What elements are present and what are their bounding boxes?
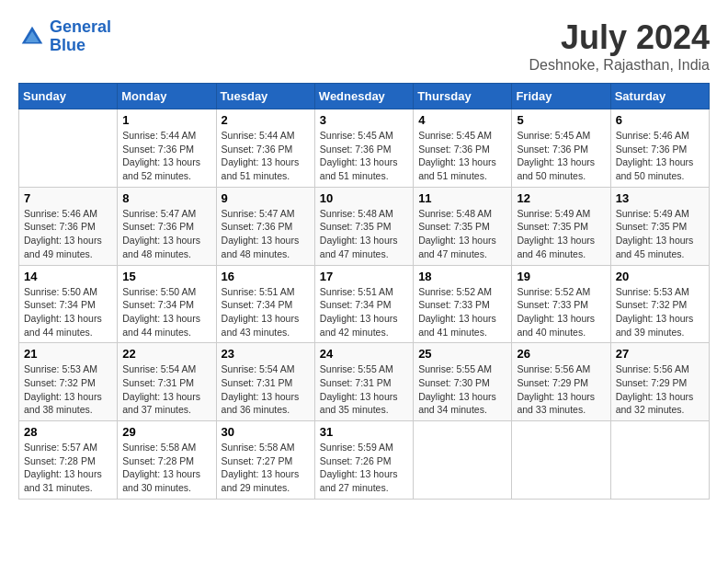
day-info: Sunrise: 5:59 AM Sunset: 7:26 PM Dayligh…	[320, 441, 408, 495]
calendar-cell: 28Sunrise: 5:57 AM Sunset: 7:28 PM Dayli…	[19, 421, 118, 500]
day-info: Sunrise: 5:54 AM Sunset: 7:31 PM Dayligh…	[222, 362, 310, 417]
calendar-cell: 14Sunrise: 5:50 AM Sunset: 7:34 PM Dayli…	[19, 265, 118, 343]
calendar-cell: 23Sunrise: 5:54 AM Sunset: 7:31 PM Dayli…	[216, 343, 314, 421]
day-number: 25	[418, 347, 506, 361]
day-number: 27	[616, 347, 704, 361]
column-header-thursday: Thursday	[414, 84, 512, 109]
calendar-cell	[610, 421, 709, 500]
day-number: 22	[122, 347, 210, 361]
calendar-cell: 1Sunrise: 5:44 AM Sunset: 7:36 PM Daylig…	[118, 109, 216, 188]
calendar-header-row: SundayMondayTuesdayWednesdayThursdayFrid…	[19, 84, 710, 109]
calendar-cell: 15Sunrise: 5:50 AM Sunset: 7:34 PM Dayli…	[118, 265, 216, 343]
day-number: 16	[222, 270, 310, 283]
day-number: 21	[24, 347, 112, 361]
day-number: 26	[517, 347, 605, 361]
calendar-cell: 12Sunrise: 5:49 AM Sunset: 7:35 PM Dayli…	[512, 187, 610, 265]
column-header-sunday: Sunday	[19, 84, 118, 109]
column-header-wednesday: Wednesday	[314, 84, 413, 109]
day-number: 14	[24, 270, 112, 283]
day-number: 28	[24, 425, 112, 439]
logo-line2: Blue	[50, 37, 111, 55]
day-info: Sunrise: 5:48 AM Sunset: 7:35 PM Dayligh…	[320, 207, 408, 261]
day-info: Sunrise: 5:55 AM Sunset: 7:31 PM Dayligh…	[320, 362, 408, 417]
calendar-cell: 9Sunrise: 5:47 AM Sunset: 7:36 PM Daylig…	[216, 187, 314, 265]
day-number: 15	[122, 270, 210, 283]
calendar-cell: 13Sunrise: 5:49 AM Sunset: 7:35 PM Dayli…	[610, 187, 709, 265]
week-row-5: 28Sunrise: 5:57 AM Sunset: 7:28 PM Dayli…	[19, 421, 710, 500]
title-block: July 2024 Deshnoke, Rajasthan, India	[529, 18, 710, 74]
week-row-4: 21Sunrise: 5:53 AM Sunset: 7:32 PM Dayli…	[19, 343, 710, 421]
calendar-cell: 6Sunrise: 5:46 AM Sunset: 7:36 PM Daylig…	[610, 109, 709, 188]
calendar-cell: 10Sunrise: 5:48 AM Sunset: 7:35 PM Dayli…	[314, 187, 413, 265]
calendar-cell: 17Sunrise: 5:51 AM Sunset: 7:34 PM Dayli…	[314, 265, 413, 343]
month-title: July 2024	[529, 18, 710, 57]
day-info: Sunrise: 5:58 AM Sunset: 7:27 PM Dayligh…	[222, 441, 310, 495]
day-number: 18	[418, 270, 506, 283]
calendar-cell: 24Sunrise: 5:55 AM Sunset: 7:31 PM Dayli…	[314, 343, 413, 421]
day-info: Sunrise: 5:56 AM Sunset: 7:29 PM Dayligh…	[616, 362, 704, 417]
day-info: Sunrise: 5:44 AM Sunset: 7:36 PM Dayligh…	[222, 129, 310, 183]
calendar-cell: 11Sunrise: 5:48 AM Sunset: 7:35 PM Dayli…	[414, 187, 512, 265]
column-header-tuesday: Tuesday	[216, 84, 314, 109]
calendar-cell: 29Sunrise: 5:58 AM Sunset: 7:28 PM Dayli…	[118, 421, 216, 500]
calendar-table: SundayMondayTuesdayWednesdayThursdayFrid…	[18, 83, 710, 500]
day-number: 11	[418, 191, 506, 205]
day-info: Sunrise: 5:52 AM Sunset: 7:33 PM Dayligh…	[517, 285, 605, 339]
logo-line1: General	[50, 17, 111, 36]
day-number: 7	[24, 191, 112, 205]
day-info: Sunrise: 5:49 AM Sunset: 7:35 PM Dayligh…	[517, 207, 605, 261]
calendar-cell: 3Sunrise: 5:45 AM Sunset: 7:36 PM Daylig…	[314, 109, 413, 188]
day-number: 20	[616, 270, 704, 283]
column-header-saturday: Saturday	[610, 84, 709, 109]
day-info: Sunrise: 5:48 AM Sunset: 7:35 PM Dayligh…	[418, 207, 506, 261]
calendar-cell: 19Sunrise: 5:52 AM Sunset: 7:33 PM Dayli…	[512, 265, 610, 343]
day-info: Sunrise: 5:45 AM Sunset: 7:36 PM Dayligh…	[320, 129, 408, 183]
column-header-friday: Friday	[512, 84, 610, 109]
day-info: Sunrise: 5:49 AM Sunset: 7:35 PM Dayligh…	[616, 207, 704, 261]
day-info: Sunrise: 5:54 AM Sunset: 7:31 PM Dayligh…	[122, 362, 210, 417]
calendar-cell: 4Sunrise: 5:45 AM Sunset: 7:36 PM Daylig…	[414, 109, 512, 188]
day-info: Sunrise: 5:47 AM Sunset: 7:36 PM Dayligh…	[122, 207, 210, 261]
calendar-cell: 7Sunrise: 5:46 AM Sunset: 7:36 PM Daylig…	[19, 187, 118, 265]
day-info: Sunrise: 5:53 AM Sunset: 7:32 PM Dayligh…	[616, 285, 704, 339]
day-info: Sunrise: 5:55 AM Sunset: 7:30 PM Dayligh…	[418, 362, 506, 417]
day-info: Sunrise: 5:51 AM Sunset: 7:34 PM Dayligh…	[320, 285, 408, 339]
day-number: 19	[517, 270, 605, 283]
day-number: 3	[320, 113, 408, 127]
day-number: 5	[517, 113, 605, 127]
day-info: Sunrise: 5:50 AM Sunset: 7:34 PM Dayligh…	[122, 285, 210, 339]
day-number: 10	[320, 191, 408, 205]
day-number: 13	[616, 191, 704, 205]
day-number: 6	[616, 113, 704, 127]
day-number: 30	[222, 425, 310, 439]
day-number: 1	[122, 113, 210, 127]
day-number: 2	[222, 113, 310, 127]
day-info: Sunrise: 5:46 AM Sunset: 7:36 PM Dayligh…	[616, 129, 704, 183]
calendar-cell: 2Sunrise: 5:44 AM Sunset: 7:36 PM Daylig…	[216, 109, 314, 188]
calendar-cell: 21Sunrise: 5:53 AM Sunset: 7:32 PM Dayli…	[19, 343, 118, 421]
calendar-cell: 31Sunrise: 5:59 AM Sunset: 7:26 PM Dayli…	[314, 421, 413, 500]
day-number: 31	[320, 425, 408, 439]
calendar-body: 1Sunrise: 5:44 AM Sunset: 7:36 PM Daylig…	[19, 109, 710, 500]
day-info: Sunrise: 5:52 AM Sunset: 7:33 PM Dayligh…	[418, 285, 506, 339]
day-info: Sunrise: 5:45 AM Sunset: 7:36 PM Dayligh…	[517, 129, 605, 183]
location-title: Deshnoke, Rajasthan, India	[529, 57, 710, 74]
calendar-cell: 5Sunrise: 5:45 AM Sunset: 7:36 PM Daylig…	[512, 109, 610, 188]
calendar-cell: 18Sunrise: 5:52 AM Sunset: 7:33 PM Dayli…	[414, 265, 512, 343]
calendar-cell	[414, 421, 512, 500]
day-info: Sunrise: 5:58 AM Sunset: 7:28 PM Dayligh…	[122, 441, 210, 495]
calendar-cell: 27Sunrise: 5:56 AM Sunset: 7:29 PM Dayli…	[610, 343, 709, 421]
day-info: Sunrise: 5:44 AM Sunset: 7:36 PM Dayligh…	[122, 129, 210, 183]
day-number: 12	[517, 191, 605, 205]
day-info: Sunrise: 5:50 AM Sunset: 7:34 PM Dayligh…	[24, 285, 112, 339]
calendar-cell: 16Sunrise: 5:51 AM Sunset: 7:34 PM Dayli…	[216, 265, 314, 343]
day-number: 9	[222, 191, 310, 205]
calendar-cell: 30Sunrise: 5:58 AM Sunset: 7:27 PM Dayli…	[216, 421, 314, 500]
calendar-cell	[512, 421, 610, 500]
day-info: Sunrise: 5:47 AM Sunset: 7:36 PM Dayligh…	[222, 207, 310, 261]
day-info: Sunrise: 5:45 AM Sunset: 7:36 PM Dayligh…	[418, 129, 506, 183]
calendar-cell: 8Sunrise: 5:47 AM Sunset: 7:36 PM Daylig…	[118, 187, 216, 265]
day-number: 23	[222, 347, 310, 361]
day-number: 8	[122, 191, 210, 205]
logo-text: General Blue	[50, 18, 111, 55]
